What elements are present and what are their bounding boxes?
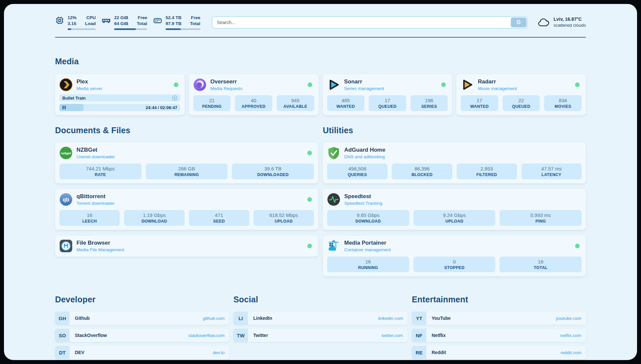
app-card-radarr[interactable]: Radarr Movie management 17 WANTED 22 QUE… (456, 74, 586, 115)
stat-box-upload: 9.24 Gbps UPLOAD (413, 210, 496, 226)
bookmark-group-entertainment: Entertainment YT YouTube youtube.com NF … (412, 295, 586, 359)
bookmark-abbr: RE (412, 346, 426, 359)
bookmark-youtube[interactable]: YT YouTube youtube.com (412, 312, 586, 325)
stat-box-available: 945 AVAILABLE (277, 95, 314, 111)
app-card-qbittorrent[interactable]: qb qBittorrent Torrent downloader 16 LEE… (55, 189, 318, 230)
app-name: Speedtest (344, 193, 582, 200)
speedtest-icon (327, 193, 340, 206)
bookmark-url: netflix.com (560, 333, 581, 338)
bookmark-linkedin[interactable]: LI LinkedIn linkedin.com (233, 312, 408, 325)
search-provider-button[interactable]: G (511, 17, 527, 27)
section-utilities: Utilities AdGuard Home DNS and adblockin… (323, 126, 586, 276)
section-title-utilities: Utilities (323, 126, 586, 135)
section-title-developer: Developer (55, 295, 229, 304)
stat-box-downloaded: 39.6 TB DOWNLOADED (232, 164, 314, 179)
overseerr-icon (193, 78, 206, 91)
bookmark-abbr: LI (233, 312, 248, 325)
app-description: DNS and adblocking (344, 154, 582, 159)
stat-box-leech: 16 LEECH (59, 210, 120, 226)
app-name: Radarr (478, 78, 571, 85)
svg-text:nzbget: nzbget (61, 151, 71, 155)
ram-progress-bar (114, 28, 147, 30)
bookmark-group-developer: Developer GH Github github.com SO StackO… (55, 295, 229, 359)
top-bar: 12% 3.15 CPU Load (55, 14, 586, 31)
stat-box-movies: 834 MOVIES (544, 95, 582, 111)
app-card-nzbget[interactable]: nzbget NZBGet Usenet downloader 744.21 M… (55, 142, 318, 183)
search-input[interactable] (212, 16, 528, 29)
app-card-overseerr[interactable]: Overseerr Media Requests 21 PENDING 40 A… (189, 74, 319, 115)
header-divider (55, 37, 586, 38)
cpu-progress-fill (68, 28, 71, 30)
disk-progress-fill (166, 28, 180, 30)
stat-box-series: 196 SERIES (411, 95, 448, 111)
bookmark-abbr: YT (412, 312, 426, 325)
media-card-grid: Plex Media server Bullet Train (55, 74, 586, 115)
app-name: Overseerr (210, 78, 304, 85)
stat-box-total: 16 TOTAL (500, 257, 582, 272)
app-card-sonarr[interactable]: Sonarr Series management 485 WANTED 17 Q… (323, 74, 452, 115)
bookmark-name: DEV (75, 350, 213, 355)
status-dot (308, 82, 312, 87)
disk-values: 52.4 TB 97.9 TB (166, 15, 181, 27)
portainer-icon (327, 239, 340, 253)
bookmark-netflix[interactable]: NF Netflix netflix.com (412, 329, 586, 342)
bookmark-dev[interactable]: DT DEV dev.to (55, 346, 229, 359)
app-name: AdGuard Home (344, 147, 582, 153)
disk-labels: Free Total (190, 15, 200, 27)
bookmark-name: Github (75, 316, 203, 321)
filebrowser-icon (59, 239, 73, 253)
app-description: Media File Management (76, 247, 303, 252)
stat-box-remaining: 266 GB REMAINING (146, 164, 228, 179)
stat-box-download: 1.19 Gbps DOWNLOAD (124, 210, 184, 226)
status-dot (307, 244, 312, 248)
ram-icon (102, 16, 111, 25)
stat-box-wanted: 17 WANTED (461, 95, 498, 111)
bookmark-name: LinkedIn (253, 316, 378, 321)
weather-condition: scattered clouds (554, 22, 586, 28)
dashboard-page: 12% 3.15 CPU Load (4, 4, 637, 360)
stat-box-running: 16 RUNNING (327, 257, 409, 272)
ram-progress-fill (114, 28, 136, 30)
stat-box-seed: 471 SEED (189, 210, 249, 226)
app-card-plex[interactable]: Plex Media server Bullet Train (55, 74, 185, 115)
bookmark-abbr: DT (55, 346, 70, 359)
app-description: Torrent downloader (76, 201, 303, 206)
app-card-speedtest[interactable]: Speedtest Speedtest Tracking 9.65 Gbps D… (323, 189, 586, 230)
bookmark-twitter[interactable]: TW Twitter twitter.com (233, 329, 408, 342)
app-name: qBittorrent (76, 193, 303, 200)
bookmark-url: stackoverflow.com (188, 333, 225, 338)
stat-box-stopped: 0 STOPPED (413, 257, 496, 272)
disk-icon (153, 16, 162, 25)
stat-box-upload: 618.52 Mbps UPLOAD (254, 210, 314, 226)
app-description: Speedtest Tracking (344, 201, 582, 206)
bookmark-stackoverflow[interactable]: SO StackOverflow stackoverflow.com (55, 329, 229, 342)
bookmark-name: Reddit (432, 350, 561, 355)
app-description: Usenet downloader (76, 154, 303, 159)
ram-values: 22 GiB 64 GiB (114, 15, 128, 27)
plex-icon (59, 78, 73, 91)
adguard-icon (327, 146, 340, 160)
app-card-filebrowser[interactable]: File Browser Media File Management (55, 235, 318, 257)
ram-stat: 22 GiB 64 GiB Free Total (102, 15, 147, 30)
section-title-media: Media (55, 57, 586, 66)
cpu-stat: 12% 3.15 CPU Load (55, 15, 96, 30)
app-card-portainer[interactable]: Media Portainer Container management 16 … (323, 235, 586, 276)
app-description: Container management (344, 247, 571, 252)
section-title-entertainment: Entertainment (412, 295, 586, 304)
bookmark-url: linkedin.com (378, 316, 403, 321)
bookmark-name: Netflix (432, 333, 560, 338)
status-dot (307, 197, 312, 202)
system-stats: 12% 3.15 CPU Load (55, 15, 200, 30)
now-playing-title-row: Bullet Train (59, 94, 180, 102)
bookmark-name: StackOverflow (75, 333, 188, 338)
bookmark-github[interactable]: GH Github github.com (55, 312, 229, 325)
bookmarks-area: Developer GH Github github.com SO StackO… (55, 295, 586, 359)
stat-box-blocked: 86,396 BLOCKED (392, 164, 452, 179)
pause-icon[interactable] (62, 106, 66, 109)
section-title-documents: Documents & Files (55, 126, 318, 135)
playback-time: 24:44 / 02:06:47 (146, 105, 177, 110)
cpu-values: 12% 3.15 (68, 15, 76, 27)
app-card-adguard[interactable]: AdGuard Home DNS and adblocking 498,508 … (323, 142, 586, 183)
bookmark-reddit[interactable]: RE Reddit reddit.com (412, 346, 586, 359)
disk-progress-bar (166, 28, 200, 30)
